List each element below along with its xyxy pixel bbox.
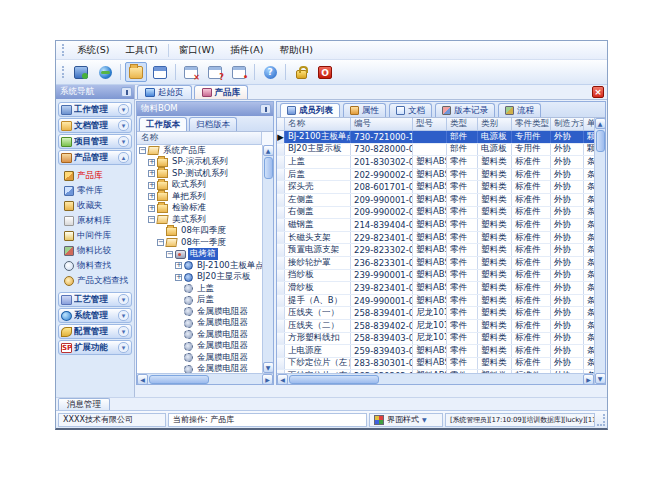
- tab-产品库[interactable]: 产品库: [194, 85, 249, 99]
- column-header-名称[interactable]: 名称: [285, 118, 351, 130]
- sidebar-item-产品库[interactable]: 产品库: [62, 168, 132, 183]
- column-header-零件类型[interactable]: 零件类型: [512, 118, 551, 130]
- sidebar-group-配置管理[interactable]: 配置管理▾: [58, 324, 132, 339]
- menu-item[interactable]: 窗口(W): [171, 42, 223, 59]
- table-row[interactable]: 探头壳208-601701-01Z塑料ABS零件塑料类标准件外协条: [277, 181, 594, 194]
- table-row[interactable]: 磁钢盖214-839404-01Z塑料ABS零件塑料类标准件外协条: [277, 219, 594, 232]
- sidebar-item-零件库[interactable]: 零件库: [62, 183, 132, 198]
- tab-属性[interactable]: 属性: [343, 103, 386, 117]
- tree-node[interactable]: 金属膜电阻器: [137, 341, 262, 353]
- scroll-left-icon[interactable]: ◀: [137, 374, 148, 385]
- help-button[interactable]: [259, 62, 281, 82]
- expand-icon[interactable]: +: [175, 262, 182, 269]
- globe-button[interactable]: [94, 62, 116, 82]
- column-header-制造方式[interactable]: 制造方式: [551, 118, 584, 130]
- sidebar-item-原材料库[interactable]: 原材料库: [62, 213, 132, 228]
- tree-node[interactable]: +欧式系列: [137, 180, 262, 192]
- tree-node[interactable]: −08年一季度: [137, 237, 262, 249]
- scroll-up-icon[interactable]: ▲: [595, 118, 606, 129]
- sidebar-group-文档管理[interactable]: 文档管理▾: [58, 118, 132, 133]
- table-row[interactable]: 压线夹（二）258-839402-00Z尼龙1010零件塑料类标准件外协条: [277, 320, 594, 333]
- window-help-button[interactable]: [204, 62, 226, 82]
- tree-node[interactable]: 金属膜电阻器: [137, 306, 262, 318]
- expand-icon[interactable]: +: [175, 274, 182, 281]
- menu-item[interactable]: 插件(A): [222, 42, 271, 59]
- chevron-down-icon[interactable]: ▾: [118, 120, 129, 131]
- window-pin-button[interactable]: [228, 62, 250, 82]
- scrollbar-thumb[interactable]: [264, 157, 273, 179]
- scroll-down-icon[interactable]: ▼: [263, 362, 274, 373]
- tree-node[interactable]: +SP-测试机系列: [137, 168, 262, 180]
- tree-node[interactable]: 金属膜电阻器: [137, 318, 262, 330]
- exit-button[interactable]: [314, 62, 336, 82]
- column-header-类型[interactable]: 类型: [447, 118, 478, 130]
- table-row[interactable]: 接纱轮护罩236-823301-00Z塑料ABS零件塑料类标准件外协条: [277, 257, 594, 270]
- column-header-编号[interactable]: 编号: [351, 118, 413, 130]
- pin-icon[interactable]: [260, 104, 271, 114]
- tab-版本记录[interactable]: 版本记录: [435, 103, 495, 117]
- scrollbar-thumb[interactable]: [596, 130, 605, 152]
- tree-column-header[interactable]: 名称: [137, 132, 262, 145]
- scroll-right-icon[interactable]: ▶: [583, 374, 594, 385]
- tree-horizontal-scrollbar[interactable]: ◀ ▶: [137, 373, 273, 384]
- column-header-型号[interactable]: 型号: [413, 118, 447, 130]
- layout-button[interactable]: [149, 62, 171, 82]
- tree-node[interactable]: −系统产品库: [137, 145, 262, 157]
- chevron-down-icon[interactable]: ▾: [118, 326, 129, 337]
- expand-icon[interactable]: +: [148, 205, 155, 212]
- table-row[interactable]: 滑纱板239-823401-00Z塑料ABS零件塑料类标准件外协条: [277, 282, 594, 295]
- chevron-down-icon[interactable]: ▾: [118, 294, 129, 305]
- table-row[interactable]: 压线夹（一）258-839401-00Z尼龙1010零件塑料类标准件外协条: [277, 307, 594, 320]
- tree-node[interactable]: 上盖: [137, 283, 262, 295]
- table-row[interactable]: ▶BJ-2100主板单点730-721000-12Z部件电源板专用件外协颗: [277, 131, 594, 144]
- chevron-down-icon[interactable]: ▾: [118, 136, 129, 147]
- table-row[interactable]: 下纱定位片（左）283-830301-00Z塑料ABS零件塑料类标准件外协条: [277, 358, 594, 371]
- scroll-right-icon[interactable]: ▶: [262, 374, 273, 385]
- tree-node[interactable]: 后盖: [137, 295, 262, 307]
- table-row[interactable]: 后盖202-990002-01Z塑料ABS零件塑料类标准件外协条: [277, 169, 594, 182]
- collapse-icon[interactable]: −: [166, 251, 173, 258]
- table-row[interactable]: 左侧盖209-990001-01Z塑料ABS零件塑料类标准件外协条: [277, 194, 594, 207]
- chevron-down-icon[interactable]: ▾: [118, 104, 129, 115]
- tree-node[interactable]: 金属膜电阻器: [137, 329, 262, 341]
- table-row[interactable]: 方形塑料线扣258-839403-00Z尼龙1010零件塑料类标准件外协条: [277, 333, 594, 346]
- collapse-icon[interactable]: −: [148, 216, 155, 223]
- menu-item[interactable]: 系统(S): [69, 42, 117, 59]
- tab-成员列表[interactable]: 成员列表: [280, 103, 340, 117]
- expand-icon[interactable]: +: [148, 193, 155, 200]
- table-row[interactable]: BJ20主显示板730-828000-04Z部件电源板专用件外协颗: [277, 144, 594, 157]
- scrollbar-thumb[interactable]: [149, 375, 209, 384]
- scroll-up-icon[interactable]: ▲: [263, 145, 274, 156]
- sidebar-item-物料查找[interactable]: 物料查找: [62, 258, 132, 273]
- table-row[interactable]: 长磁头支架229-823401-00Z塑料ABS零件塑料类标准件外协条: [277, 232, 594, 245]
- table-row[interactable]: 上电源座259-839403-00Z塑料ABS零件塑料类标准件外协条: [277, 345, 594, 358]
- sidebar-group-工作管理[interactable]: 工作管理▾: [58, 102, 132, 117]
- chevron-down-icon[interactable]: ▾: [118, 342, 129, 353]
- scroll-down-icon[interactable]: ▼: [595, 373, 606, 384]
- desktop-button[interactable]: [70, 62, 92, 82]
- tree-vertical-scrollbar[interactable]: ▲ ▼: [262, 145, 273, 373]
- interface-style-button[interactable]: 界面样式 ▼: [369, 413, 443, 427]
- expand-icon[interactable]: +: [148, 182, 155, 189]
- column-header-单位[interactable]: 单位: [584, 118, 594, 130]
- scrollbar-thumb[interactable]: [289, 375, 379, 384]
- tab-归档版本[interactable]: 归档版本: [189, 117, 237, 131]
- table-row[interactable]: 提手（A、B）249-990001-01Z塑料ABS零件塑料类标准件外协条: [277, 295, 594, 308]
- table-row[interactable]: 上盖201-830302-00Z塑料ABS零件塑料类标准件外协条: [277, 156, 594, 169]
- tree-node[interactable]: 08年四季度: [137, 226, 262, 238]
- resize-grip[interactable]: [597, 414, 605, 426]
- table-horizontal-scrollbar[interactable]: ◀ ▶: [277, 373, 594, 384]
- tree-node[interactable]: +BJ20主显示板: [137, 272, 262, 284]
- tree-node[interactable]: 金属膜电阻器: [137, 364, 262, 374]
- tree-node[interactable]: −电烤箱: [137, 249, 262, 261]
- sidebar-group-工艺管理[interactable]: 工艺管理▾: [58, 292, 132, 307]
- close-tab-icon[interactable]: ×: [592, 86, 604, 98]
- sidebar-group-项目管理[interactable]: 项目管理▾: [58, 134, 132, 149]
- collapse-icon[interactable]: −: [139, 147, 146, 154]
- table-vertical-scrollbar[interactable]: ▲ ▼: [594, 118, 605, 384]
- expand-icon[interactable]: +: [148, 159, 155, 166]
- tab-起始页[interactable]: 起始页: [137, 85, 192, 99]
- tree-node[interactable]: +BJ-2100主板单点: [137, 260, 262, 272]
- menu-item[interactable]: 帮助(H): [271, 42, 321, 59]
- tab-流程[interactable]: 流程: [498, 103, 541, 117]
